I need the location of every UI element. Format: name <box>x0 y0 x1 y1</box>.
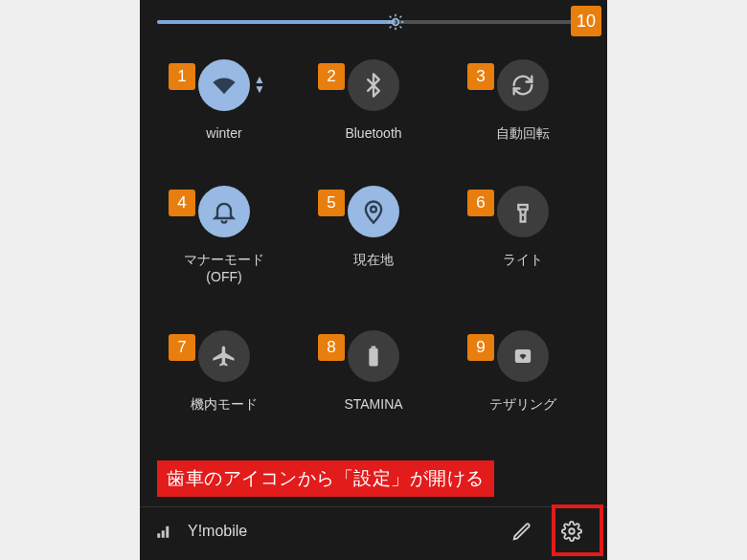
svg-line-8 <box>399 16 401 18</box>
location-icon <box>348 186 399 237</box>
wifi-expand-icon[interactable]: ▲▼ <box>254 76 265 94</box>
annotation-badge: 6 <box>467 190 494 216</box>
svg-line-6 <box>399 27 401 29</box>
annotation-badge-10: 10 <box>571 6 601 36</box>
tile-tethering[interactable]: 9 テザリング <box>448 325 598 413</box>
bottom-bar: Y!mobile <box>140 506 607 554</box>
tile-stamina[interactable]: 8 STAMINA <box>299 325 448 413</box>
annotation-badge: 7 <box>169 334 195 361</box>
tile-label: マナーモード (OFF) <box>184 251 264 285</box>
tile-wifi[interactable]: 1 ▲▼ winter <box>149 54 299 142</box>
tile-bluetooth[interactable]: 2 Bluetooth <box>299 54 448 142</box>
annotation-badge: 2 <box>318 63 345 90</box>
quick-settings-panel: 10 1 ▲▼ winter 2 Bluetooth 3 自動回転 <box>140 0 607 560</box>
carrier-label: Y!mobile <box>188 523 247 540</box>
svg-point-9 <box>371 207 376 213</box>
svg-point-15 <box>569 528 575 534</box>
svg-rect-13 <box>372 346 376 347</box>
tile-label: 自動回転 <box>496 124 550 142</box>
annotation-badge: 1 <box>169 63 195 90</box>
callout-settings-hint: 歯車のアイコンから「設定」が開ける <box>157 460 494 497</box>
tile-airplane-mode[interactable]: 7 機内モード <box>149 325 299 413</box>
annotation-badge: 3 <box>467 63 494 90</box>
battery-icon <box>348 330 399 382</box>
tile-label: STAMINA <box>344 395 402 413</box>
quick-tiles-grid: 1 ▲▼ winter 2 Bluetooth 3 自動回転 4 <box>140 44 607 413</box>
svg-rect-10 <box>518 205 527 210</box>
tile-label: テザリング <box>489 395 556 413</box>
annotation-badge: 5 <box>318 190 345 216</box>
tile-label: 現在地 <box>353 251 394 268</box>
annotation-badge: 8 <box>318 334 345 361</box>
settings-button[interactable] <box>552 511 592 551</box>
airplane-icon <box>198 330 250 382</box>
bluetooth-icon <box>348 59 399 111</box>
tile-silent-mode[interactable]: 4 マナーモード (OFF) <box>149 180 299 285</box>
tile-flashlight[interactable]: 6 ライト <box>448 180 598 285</box>
tile-auto-rotate[interactable]: 3 自動回転 <box>448 54 598 142</box>
annotation-badge: 4 <box>169 190 195 216</box>
tile-label: ライト <box>503 251 543 268</box>
wifi-icon: ▲▼ <box>198 59 250 111</box>
edit-button[interactable] <box>502 511 542 551</box>
brightness-thumb-icon[interactable] <box>386 12 405 32</box>
tile-label: 機内モード <box>191 395 258 413</box>
tile-label: Bluetooth <box>345 124 401 142</box>
rotate-icon <box>497 59 549 111</box>
flashlight-icon <box>497 186 549 237</box>
svg-rect-12 <box>369 347 377 366</box>
hotspot-icon <box>497 330 549 382</box>
svg-line-7 <box>389 27 391 29</box>
bell-icon <box>198 186 250 237</box>
signal-icon <box>155 523 172 540</box>
annotation-badge: 9 <box>467 334 494 361</box>
brightness-slider-row: 10 <box>140 0 607 44</box>
svg-point-0 <box>392 19 398 26</box>
brightness-slider[interactable] <box>157 20 590 24</box>
svg-line-5 <box>389 16 391 18</box>
tile-label: winter <box>206 124 241 142</box>
brightness-slider-fill <box>157 20 396 24</box>
tile-location[interactable]: 5 現在地 <box>299 180 448 285</box>
